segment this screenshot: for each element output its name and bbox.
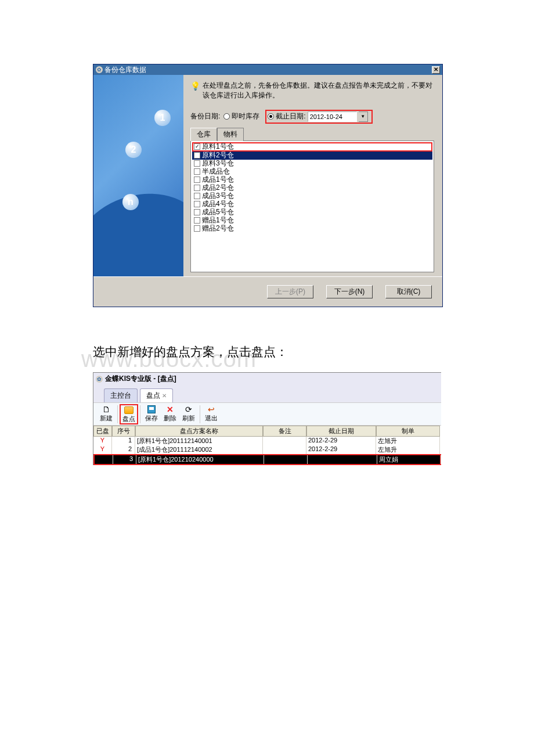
instruction-text: 选中新增好的盘点方案，点击盘点： bbox=[93, 344, 441, 360]
backup-warehouse-dialog: ✿ 备份仓库数据 ✕ 1 2 n 💡 在处理盘点之前，先备份仓库数据。建议在盘点… bbox=[93, 64, 443, 307]
tab-main-console[interactable]: 主控台 bbox=[104, 388, 138, 402]
tab-material[interactable]: 物料 bbox=[217, 128, 244, 141]
tab-pandian-label: 盘点 bbox=[146, 391, 160, 401]
radio-until-label: 截止日期: bbox=[276, 111, 305, 121]
col-date: 截止日期 bbox=[306, 426, 376, 437]
cell: Y bbox=[93, 445, 112, 454]
next-button[interactable]: 下一步(N) bbox=[326, 285, 373, 298]
checkbox-icon[interactable] bbox=[194, 217, 200, 224]
checkbox-icon[interactable] bbox=[194, 152, 200, 159]
toolbar: 🗋 新建 盘点 保存 ✕ 删除 ⟳ 刷新 ↩ 退出 bbox=[93, 402, 441, 426]
gear-icon: ✿ bbox=[96, 66, 103, 73]
cell bbox=[95, 455, 113, 464]
save-button[interactable]: 保存 bbox=[142, 404, 161, 424]
cell: 2012-2-29 bbox=[306, 437, 376, 445]
close-icon[interactable]: ✕ bbox=[162, 393, 167, 399]
checkbox-icon[interactable]: ✓ bbox=[194, 143, 200, 150]
checkbox-icon[interactable] bbox=[194, 168, 200, 175]
checkbox-icon[interactable] bbox=[194, 193, 200, 199]
backup-date-label: 备份日期: bbox=[190, 111, 220, 121]
cell bbox=[264, 455, 308, 464]
cell bbox=[263, 445, 306, 454]
checkbox-icon[interactable] bbox=[194, 225, 200, 232]
warehouse-list-item[interactable]: 赠品2号仓 bbox=[192, 225, 432, 233]
tab-warehouse[interactable]: 仓库 bbox=[190, 128, 217, 141]
exit-button[interactable]: ↩ 退出 bbox=[202, 404, 221, 424]
cell: 2 bbox=[112, 445, 135, 454]
table-row[interactable]: Y2[成品1号仓]2011121400022012-2-29左旭升 bbox=[93, 445, 441, 454]
warehouse-label: 赠品2号仓 bbox=[202, 224, 234, 233]
table-header: 已盘 序号 盘点方案名称 备注 截止日期 制单 bbox=[93, 426, 441, 437]
table-row[interactable]: Y1[原料1号仓]2011121400012012-2-29左旭升 bbox=[93, 437, 441, 445]
tab-pandian[interactable]: 盘点 ✕ bbox=[140, 388, 173, 402]
app-titlebar: ✿ 金蝶KIS专业版 - [盘点] bbox=[93, 373, 441, 385]
col-name: 盘点方案名称 bbox=[135, 426, 263, 437]
app-title: 金蝶KIS专业版 - [盘点] bbox=[105, 374, 176, 384]
cell bbox=[308, 455, 377, 464]
cell: 1 bbox=[112, 437, 135, 445]
exit-icon: ↩ bbox=[207, 405, 216, 414]
radio-icon bbox=[268, 113, 274, 120]
cell: 3 bbox=[113, 455, 136, 464]
cell: [成品1号仓]201112140002 bbox=[135, 445, 263, 454]
cell: 左旭升 bbox=[376, 445, 440, 454]
cell bbox=[263, 437, 306, 445]
close-button[interactable]: ✕ bbox=[432, 66, 440, 74]
cell: 2012-2-29 bbox=[306, 445, 376, 454]
warehouse-list: ✓原料1号仓原料2号仓原料3号仓半成品仓成品1号仓成品2号仓成品3号仓成品4号仓… bbox=[190, 141, 434, 272]
open-icon bbox=[124, 405, 134, 415]
cell: [原料1号仓]201210240000 bbox=[136, 455, 264, 464]
refresh-label: 刷新 bbox=[182, 414, 195, 423]
refresh-button[interactable]: ⟳ 刷新 bbox=[179, 404, 198, 424]
radio-icon bbox=[223, 113, 230, 120]
delete-label: 删除 bbox=[164, 414, 176, 423]
radio-now[interactable]: 即时库存 bbox=[222, 111, 263, 122]
cutoff-date-input[interactable] bbox=[308, 111, 357, 122]
exit-label: 退出 bbox=[205, 414, 218, 423]
new-label: 新建 bbox=[100, 414, 113, 423]
refresh-icon: ⟳ bbox=[184, 405, 193, 414]
checkbox-icon[interactable] bbox=[194, 201, 200, 207]
radio-until[interactable]: 截止日期: ▼ bbox=[265, 110, 372, 124]
save-label: 保存 bbox=[145, 414, 158, 423]
checkbox-icon[interactable] bbox=[194, 209, 200, 215]
table-row[interactable]: 3[原料1号仓]201210240000周立娟 bbox=[95, 455, 440, 464]
col-seq: 序号 bbox=[112, 426, 135, 437]
wizard-sidebar-image: 1 2 n bbox=[93, 75, 183, 276]
radio-now-label: 即时库存 bbox=[232, 111, 259, 121]
checkbox-icon[interactable] bbox=[194, 160, 200, 167]
cancel-button[interactable]: 取消(C) bbox=[385, 285, 432, 298]
col-remark: 备注 bbox=[263, 426, 306, 437]
new-button[interactable]: 🗋 新建 bbox=[97, 404, 116, 424]
pandian-label: 盘点 bbox=[122, 415, 135, 423]
cell: Y bbox=[93, 437, 112, 445]
cell: 左旭升 bbox=[376, 437, 440, 445]
dialog-title: 备份仓库数据 bbox=[104, 65, 146, 75]
hint-text: 在处理盘点之前，先备份仓库数据。建议在盘点报告单未完成之前，不要对该仓库进行出入… bbox=[203, 81, 435, 100]
titlebar: ✿ 备份仓库数据 ✕ bbox=[93, 64, 442, 75]
prev-button: 上一步(P) bbox=[267, 285, 313, 298]
delete-icon: ✕ bbox=[165, 405, 175, 414]
checkbox-icon[interactable] bbox=[194, 185, 200, 191]
save-icon bbox=[147, 405, 156, 414]
cell: 周立娟 bbox=[377, 455, 441, 464]
col-done: 已盘 bbox=[93, 426, 112, 437]
pandian-button[interactable]: 盘点 bbox=[120, 404, 138, 424]
lightbulb-icon: 💡 bbox=[190, 81, 200, 92]
chevron-down-icon[interactable]: ▼ bbox=[359, 111, 368, 122]
delete-button[interactable]: ✕ 删除 bbox=[161, 404, 179, 424]
cell: [原料1号仓]201112140001 bbox=[135, 437, 263, 445]
new-icon: 🗋 bbox=[102, 405, 111, 414]
checkbox-icon[interactable] bbox=[194, 177, 200, 183]
col-maker: 制单 bbox=[376, 426, 440, 437]
kis-app-window: ✿ 金蝶KIS专业版 - [盘点] 主控台 盘点 ✕ 🗋 新建 盘点 保存 ✕ … bbox=[93, 372, 441, 465]
gear-icon: ✿ bbox=[96, 376, 103, 383]
